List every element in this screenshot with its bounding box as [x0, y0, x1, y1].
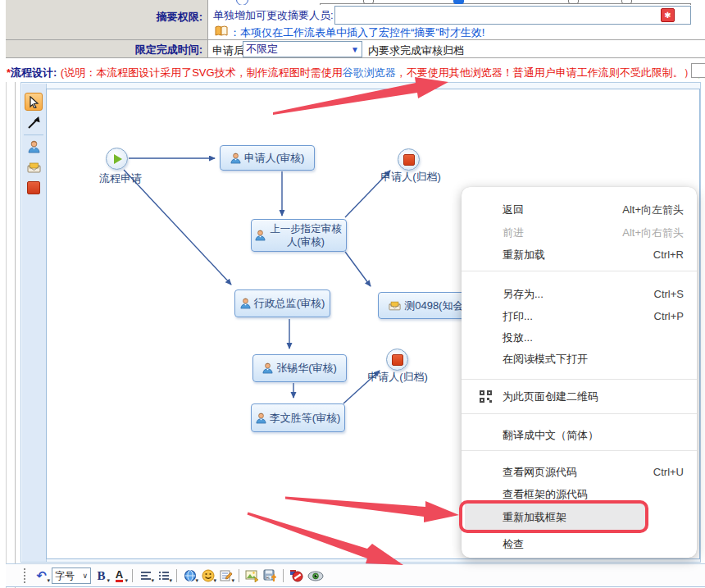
- menu-item-print[interactable]: 打印...Ctrl+P: [462, 305, 697, 327]
- undo-icon[interactable]: ↶▾: [34, 567, 49, 584]
- flow-node-label: 测0498(知会): [404, 299, 467, 312]
- flow-node-archive-2-label: 申请人(归档): [362, 370, 434, 385]
- ordered-list-icon[interactable]: ▾: [156, 567, 171, 584]
- stop-icon: [403, 154, 415, 166]
- emoticon-icon[interactable]: ▾: [200, 567, 216, 584]
- toolbar-separator: [176, 569, 177, 582]
- person-icon: [230, 153, 241, 164]
- menu-item-inspect[interactable]: 检查: [462, 533, 697, 555]
- flow-node-liwensheng[interactable]: 李文胜等(审核): [251, 403, 345, 432]
- flow-node-label: 张锡华(审核): [276, 362, 337, 375]
- flow-design-note-2: ，不要使用其他浏览器！普通用户申请工作流则不受此限制。）: [396, 66, 694, 79]
- time-limit-select-value: 不限定: [246, 42, 278, 57]
- flow-design-header: *流程设计: (说明：本流程图设计采用了SVG技术，制作流程图时需使用谷歌浏览器…: [7, 65, 705, 80]
- person-icon: [28, 140, 40, 153]
- menu-item-translate[interactable]: 翻译成中文（简体）: [462, 424, 697, 446]
- menu-separator: [462, 271, 697, 271]
- notify-node-tool[interactable]: [25, 158, 43, 176]
- editor-toolbar: ↶▾ 字号 ∨ B▾ A▾ ▾ ▾ ▾ ▾ ▾ HL: [6, 563, 705, 587]
- time-limit-label: 限定完成时间:: [135, 43, 202, 56]
- font-size-select[interactable]: 字号 ∨: [52, 567, 91, 584]
- bold-icon[interactable]: B▾: [93, 567, 109, 584]
- flow-design-label: 流程设计:: [11, 66, 57, 79]
- envelope-icon: [389, 301, 401, 311]
- flow-node-label: 申请人(审核): [244, 152, 305, 165]
- checkbox-partial[interactable]: [621, 0, 632, 4]
- insert-image-icon[interactable]: [244, 567, 260, 584]
- menu-item-view-source[interactable]: 查看网页源代码Ctrl+U: [462, 461, 697, 483]
- flow-node-applicant-review[interactable]: 申请人(审核): [220, 145, 315, 171]
- preview-eye-icon[interactable]: [307, 567, 325, 584]
- font-size-label: 字号: [55, 569, 75, 583]
- input-partial[interactable]: [320, 3, 691, 5]
- menu-separator: [462, 450, 697, 451]
- resize-input[interactable]: [691, 63, 705, 78]
- book-icon: [215, 25, 228, 40]
- save-html-icon[interactable]: HL: [262, 567, 278, 584]
- person-icon: [255, 230, 266, 241]
- flow-node-archive-1-label: 申请人(归档): [375, 170, 447, 185]
- menu-item-save-as[interactable]: 另存为...Ctrl+S: [462, 283, 697, 305]
- red-square-icon: [27, 181, 40, 194]
- summary-note: ：本项仅在工作流表单中插入了宏控件“摘要”时才生效!: [230, 25, 484, 40]
- menu-item-create-qr[interactable]: 为此页面创建二维码: [462, 385, 697, 408]
- connector-arrow-tool[interactable]: [25, 114, 43, 132]
- summary-permission-label: 摘要权限:: [157, 11, 202, 23]
- toolbar-separator: [132, 569, 133, 582]
- menu-item-back[interactable]: 返回Alt+向左箭头: [462, 198, 697, 221]
- flow-design-note-1: (说明：本流程图设计采用了SVG技术，制作流程图时需使用: [61, 66, 343, 79]
- person-icon: [256, 413, 266, 424]
- time-limit-label-cell: 限定完成时间:: [6, 40, 208, 57]
- play-icon: [114, 154, 122, 164]
- toolbar-separator: [283, 569, 284, 582]
- menu-separator: [462, 379, 697, 380]
- row-divider: [6, 57, 705, 58]
- clear-icon[interactable]: ✱: [661, 8, 675, 22]
- menu-item-view-frame-source[interactable]: 查看框架的源代码: [462, 483, 697, 505]
- menu-item-cast[interactable]: 投放...: [462, 326, 697, 349]
- edit-table-icon[interactable]: ▾: [218, 567, 234, 584]
- flow-node-prev-step-auditor[interactable]: 上一步指定审核人(审核): [251, 219, 347, 252]
- summary-people-input[interactable]: ✱: [334, 6, 691, 25]
- flow-node-archive-2[interactable]: [386, 349, 408, 371]
- flow-node-label: 李文胜等(审核): [270, 412, 341, 425]
- flow-node-start[interactable]: [106, 148, 128, 170]
- align-icon[interactable]: ▾: [138, 567, 153, 584]
- browser-context-menu: 返回Alt+向左箭头 前进Alt+向右箭头 重新加载Ctrl+R 另存为...C…: [462, 187, 697, 558]
- cursor-icon: [29, 96, 39, 108]
- person-icon: [240, 298, 251, 309]
- menu-separator: [462, 413, 697, 414]
- chevron-down-icon: ∨: [82, 572, 88, 580]
- checkbox-partial[interactable]: [363, 0, 374, 4]
- checkbox-partial[interactable]: [568, 0, 579, 4]
- flow-node-zhangxihua[interactable]: 张锡华(审核): [252, 354, 347, 382]
- block-icon[interactable]: [289, 567, 304, 584]
- svg-text:HL: HL: [266, 577, 270, 580]
- time-limit-suffix: 内要求完成审核归档: [368, 43, 464, 58]
- flow-node-admin-director[interactable]: 行政总监(审核): [234, 289, 330, 317]
- select-cursor-tool[interactable]: [25, 93, 43, 111]
- time-limit-select[interactable]: 不限定 ▼: [243, 41, 362, 57]
- page-left-border: [6, 82, 7, 588]
- content-left-border: [15, 82, 16, 588]
- toolbar-drag-handle[interactable]: [24, 568, 29, 583]
- hyperlink-globe-icon[interactable]: ▾: [182, 567, 198, 584]
- menu-item-reload-frame[interactable]: 重新加载框架: [462, 506, 697, 528]
- checkbox-checked-partial[interactable]: [453, 0, 464, 4]
- stop-icon: [392, 354, 403, 366]
- diagonal-arrow-icon: [26, 116, 41, 130]
- menu-item-reload[interactable]: 重新加载Ctrl+R: [462, 244, 697, 266]
- flow-node-label: 上一步指定审核人(审核): [269, 222, 343, 248]
- flow-node-label: 行政总监(审核): [254, 297, 325, 310]
- end-node-tool[interactable]: [25, 179, 43, 197]
- font-color-icon[interactable]: A▾: [111, 567, 127, 584]
- toolbar-separator: [239, 569, 239, 582]
- person-node-tool[interactable]: [25, 138, 43, 156]
- browser-link-text: 谷歌浏览器: [343, 66, 396, 79]
- flow-node-start-label: 流程申请: [94, 171, 147, 186]
- flow-node-archive-1[interactable]: [398, 148, 420, 171]
- person-icon: [262, 362, 273, 374]
- menu-item-forward[interactable]: 前进Alt+向右箭头: [462, 221, 697, 244]
- menu-item-reading-mode[interactable]: 在阅读模式下打开: [462, 348, 697, 370]
- radio-partial[interactable]: [236, 0, 248, 5]
